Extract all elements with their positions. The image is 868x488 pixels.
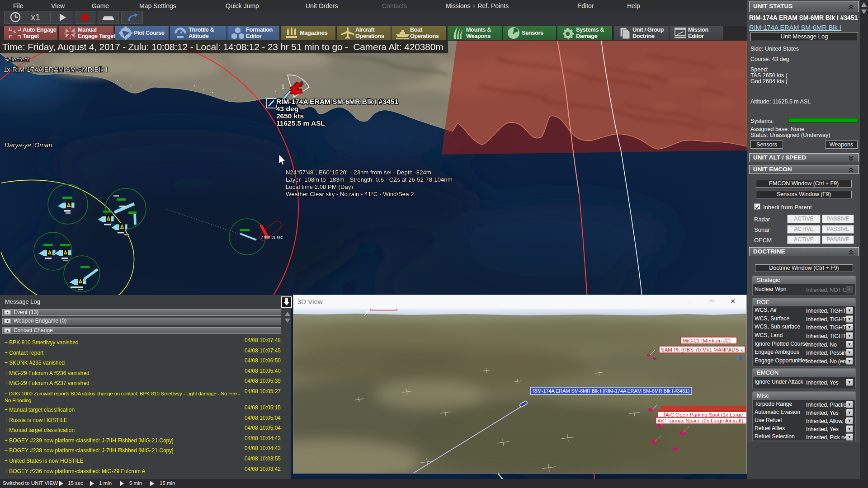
svg-text:Darya-ye ‘Oman: Darya-ye ‘Oman [5, 141, 52, 149]
svg-text:S: S [659, 412, 662, 417]
svg-text:RIM-174A ERAM SM-6MR Blk I #34: RIM-174A ERAM SM-6MR Blk I #3451 [276, 98, 398, 105]
svg-text:N24°57'48", E60°15'20" - 23nm: N24°57'48", E60°15'20" - 23nm from sel -… [286, 169, 431, 176]
svg-text:1: 1 [281, 83, 285, 90]
svg-text:A/C Open Parking Spot (1x Larg: A/C Open Parking Spot (1x Large [665, 412, 743, 418]
svg-text:A/C Tarmac Space (2x Large Air: A/C Tarmac Space (2x Large Aircraft) [657, 418, 743, 423]
svg-text:Selected:: Selected: [4, 56, 29, 63]
svg-text:2650 kts: 2650 kts [276, 112, 304, 120]
svg-text:Local time 2:08 PM (Day): Local time 2:08 PM (Day) [286, 183, 353, 190]
svg-text:MiG-21 (Merkum #2): MiG-21 (Merkum #2) [683, 338, 731, 343]
svg-text:1x RIM-174A ERAM SM-6MR Blk I: 1x RIM-174A ERAM SM-6MR Blk I [3, 66, 108, 73]
svg-text:Layer -108m to -183m - Strengt: Layer -108m to -183m - Strength: 0.6 - C… [286, 176, 453, 183]
svg-text:RIM-174A ERAM SM-6MR Blk I (RI: RIM-174A ERAM SM-6MR Blk I (RIM-174A ERA… [533, 388, 689, 394]
svg-text:SAM Plt (RBS 70 Mk1 MANPADS x: SAM Plt (RBS 70 Mk1 MANPADS x 3) [661, 347, 746, 352]
svg-text:x1: x1 [31, 12, 40, 22]
svg-text:7 min 31 sec: 7 min 31 sec [261, 235, 283, 239]
svg-text:Weather Clear sky - No rain -: Weather Clear sky - No rain - 41°C - Win… [286, 191, 414, 197]
svg-text:43 deg: 43 deg [276, 105, 298, 113]
svg-text:11625.5 m ASL: 11625.5 m ASL [276, 119, 325, 127]
